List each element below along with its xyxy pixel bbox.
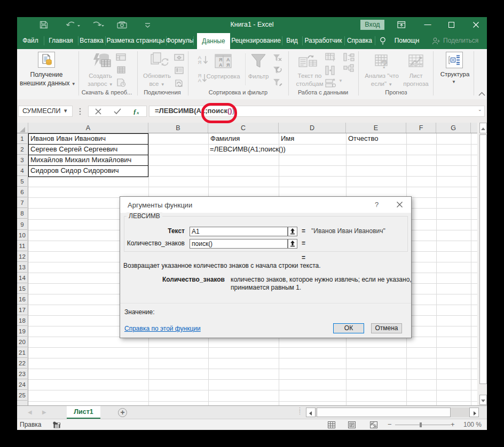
svg-text:Я: Я <box>219 57 222 62</box>
svg-text:А: А <box>226 57 230 62</box>
svg-text:x: x <box>136 110 139 115</box>
svg-text:А: А <box>219 62 223 68</box>
svg-text:?: ? <box>381 58 388 69</box>
svg-text:Я: Я <box>226 62 230 68</box>
